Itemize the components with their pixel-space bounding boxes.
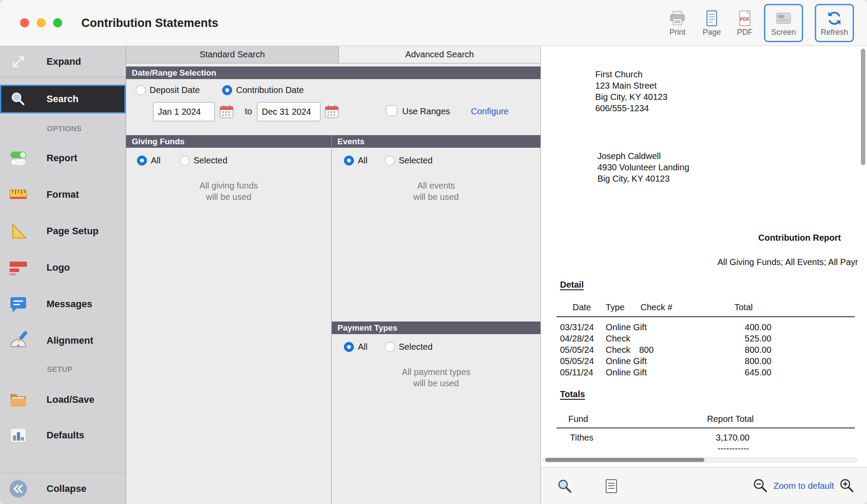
totals-separator: ----------- — [717, 444, 749, 454]
sidebar-item-format[interactable]: Format — [0, 176, 126, 213]
totals-row-total: 3,170.00 — [689, 433, 750, 443]
radio-on-icon — [344, 342, 354, 352]
print-button[interactable]: Print — [660, 4, 695, 42]
horizontal-scrollbar-thumb[interactable] — [545, 458, 704, 462]
alignment-protractor-icon — [9, 331, 28, 350]
preview-horizontal-scrollbar[interactable] — [543, 457, 857, 463]
to-label: to — [245, 106, 252, 116]
format-ruler-icon — [9, 185, 28, 204]
calendar-from-button[interactable] — [220, 105, 233, 119]
report-criteria: All Giving Funds; All Events; All Payr — [717, 257, 858, 267]
detail-row-check: 800 — [639, 345, 654, 355]
configure-link[interactable]: Configure — [471, 106, 509, 116]
sidebar: Expand Search OPTIONS Report Format — [0, 46, 126, 504]
window-title: Contribution Statements — [81, 0, 218, 46]
date-range-header: Date/Range Selection — [126, 66, 540, 79]
deposit-date-radio[interactable]: Deposit Date — [136, 85, 200, 95]
radio-on-icon — [137, 156, 147, 166]
sidebar-item-collapse[interactable]: Collapse — [0, 473, 126, 504]
close-window-button[interactable] — [20, 18, 29, 27]
pdf-icon: PDF — [736, 9, 754, 27]
giving-funds-selected-radio[interactable]: Selected — [180, 156, 227, 166]
svg-text:PDF: PDF — [740, 17, 750, 22]
detail-col-total: Total — [734, 302, 753, 312]
payment-types-selected-radio[interactable]: Selected — [385, 342, 433, 352]
totals-col-report-total: Report Total — [707, 414, 754, 424]
text-view-button[interactable] — [603, 478, 620, 494]
date-from-input[interactable] — [153, 102, 215, 121]
refresh-button[interactable]: Refresh — [815, 4, 854, 42]
detail-col-type: Type — [606, 302, 624, 312]
payment-types-all-label: All — [358, 342, 367, 352]
giving-funds-selected-label: Selected — [193, 156, 227, 166]
load-save-folder-icon — [9, 390, 28, 409]
defaults-label: Defaults — [47, 430, 84, 441]
search-icon — [9, 90, 28, 109]
sidebar-item-messages[interactable]: Messages — [0, 286, 126, 322]
zoom-out-button[interactable] — [753, 478, 768, 494]
date-to-input[interactable] — [257, 102, 320, 121]
detail-header-rule — [557, 316, 855, 317]
print-label: Print — [669, 28, 685, 37]
contribution-date-label: Contribution Date — [236, 85, 304, 95]
vertical-scrollbar-thumb[interactable] — [861, 49, 865, 165]
detail-row-total: 525.00 — [724, 334, 771, 344]
events-selected-radio[interactable]: Selected — [385, 156, 433, 166]
format-label: Format — [47, 189, 79, 200]
report-title: Contribution Report — [758, 233, 841, 243]
logo-label: Logo — [47, 262, 70, 273]
magnifier-tool-button[interactable] — [557, 478, 573, 494]
search-label: Search — [47, 93, 78, 105]
printer-icon — [668, 9, 687, 27]
tab-advanced-search[interactable]: Advanced Search — [338, 46, 540, 63]
use-ranges-checkbox[interactable] — [386, 105, 397, 116]
sidebar-item-alignment[interactable]: Alignment — [0, 322, 126, 359]
sidebar-item-search[interactable]: Search — [0, 85, 126, 113]
tab-gap — [126, 63, 540, 66]
contribution-date-radio[interactable]: Contribution Date — [222, 85, 304, 95]
detail-row-date: 03/31/24 — [560, 322, 594, 332]
filter-columns: Giving Funds All Selected All giving fun… — [126, 135, 540, 504]
payment-types-all-radio[interactable]: All — [344, 342, 367, 352]
app-window: Contribution Statements Print Page PDF P… — [0, 0, 867, 504]
church-address: First Church 123 Main Street Big City, K… — [595, 69, 667, 114]
sidebar-item-page-setup[interactable]: Page Setup — [0, 213, 126, 249]
page-button[interactable]: Page — [694, 4, 729, 42]
calendar-to-button[interactable] — [325, 105, 339, 119]
radio-off-icon — [385, 342, 395, 352]
minimize-window-button[interactable] — [37, 18, 46, 27]
sidebar-item-expand[interactable]: Expand — [0, 46, 126, 77]
totals-section-label: Totals — [560, 389, 585, 399]
radio-off-icon — [180, 156, 190, 166]
expand-label: Expand — [47, 56, 81, 67]
sidebar-item-load-save[interactable]: Load/Save — [0, 382, 126, 418]
detail-row-date: 05/05/24 — [560, 356, 594, 366]
radio-off-icon — [136, 85, 146, 95]
radio-off-icon — [385, 156, 395, 166]
payment-types-selected-label: Selected — [399, 342, 433, 352]
zoom-to-default-link[interactable]: Zoom to default — [774, 481, 834, 491]
sidebar-item-defaults[interactable]: Defaults — [0, 418, 126, 453]
screen-button[interactable]: Screen — [764, 4, 803, 42]
sidebar-section-options: OPTIONS — [0, 125, 126, 133]
tab-standard-search[interactable]: Standard Search — [126, 46, 338, 63]
page-setup-label: Page Setup — [47, 225, 99, 237]
detail-col-check: Check # — [640, 302, 672, 312]
zoom-in-button[interactable] — [839, 478, 855, 494]
titlebar: Contribution Statements Print Page PDF P… — [0, 0, 867, 46]
collapse-label: Collapse — [47, 483, 87, 494]
load-save-label: Load/Save — [47, 394, 94, 405]
payment-types-content: All Selected All payment types will be u… — [332, 334, 540, 504]
pdf-button[interactable]: PDF PDF — [727, 4, 762, 42]
vertical-scrollbar[interactable] — [860, 46, 866, 504]
collapse-icon — [9, 479, 28, 498]
fullscreen-window-button[interactable] — [53, 18, 62, 27]
giving-funds-all-radio[interactable]: All — [137, 156, 160, 166]
screen-label: Screen — [771, 28, 796, 37]
sidebar-item-logo[interactable]: Logo — [0, 249, 126, 286]
events-all-radio[interactable]: All — [344, 156, 367, 166]
sidebar-item-report[interactable]: Report — [0, 140, 126, 176]
detail-row-date: 04/28/24 — [560, 334, 594, 344]
refresh-label: Refresh — [820, 28, 848, 37]
radio-on-icon — [344, 156, 354, 166]
